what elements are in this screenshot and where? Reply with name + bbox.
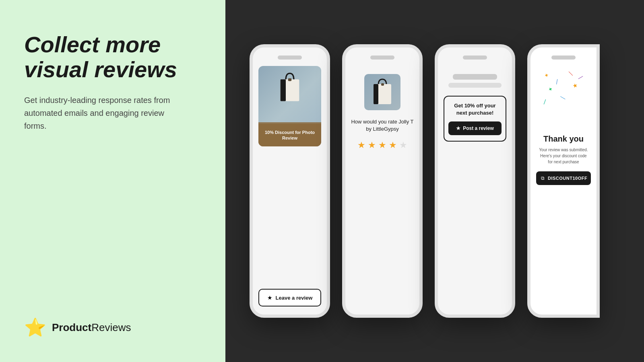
brand: ⭐ ProductReviews: [24, 317, 201, 338]
star-3[interactable]: ★: [378, 140, 386, 150]
right-panel: 10% Discount for Photo Review ★ Leave a …: [225, 0, 644, 362]
phone-2-rating-question: How would you rate Jolly T by LittleGyps…: [351, 118, 414, 133]
post-review-button[interactable]: ★ Post a review: [448, 121, 502, 135]
star-2[interactable]: ★: [368, 140, 376, 150]
phone-1: 10% Discount for Photo Review ★ Leave a …: [250, 44, 330, 318]
confetti-2: |: [556, 78, 558, 84]
svg-rect-4: [374, 84, 378, 104]
brand-name: ProductReviews: [52, 321, 131, 334]
svg-rect-1: [281, 79, 286, 101]
phone-3-placeholder-bar-1: [453, 74, 497, 80]
brand-name-rest: Reviews: [91, 321, 131, 333]
star-1[interactable]: ★: [357, 140, 365, 150]
brand-name-bold: Product: [52, 321, 91, 333]
svg-rect-2: [288, 78, 291, 81]
phone-2-stars-row: ★ ★ ★ ★ ★: [357, 140, 407, 150]
confetti-1: ✦: [543, 71, 550, 79]
phone-4-discount-code: DISCOUNT10OFF: [548, 176, 587, 181]
confetti-9: |: [543, 98, 547, 105]
confetti-4: ✦: [547, 85, 554, 93]
phone-4-discount-code-row: ⧉ DISCOUNT10OFF: [536, 171, 591, 185]
phone-1-notch: [278, 56, 302, 60]
phone-4-confetti: ✦ | — ✦ | ★ — ✦ | ★: [536, 66, 591, 130]
confetti-3: —: [567, 69, 575, 77]
headline: Collect more visual reviews: [24, 32, 201, 82]
phone-3-discount-title: Get 10% off your next purchase!: [448, 102, 502, 117]
subtext: Get industry-leading response rates from…: [24, 94, 185, 132]
phone-1-overlay: 10% Discount for Photo Review: [258, 124, 321, 146]
phone-3-placeholder-bar-2: [448, 83, 502, 88]
post-review-star-icon: ★: [456, 125, 460, 131]
star-5[interactable]: ★: [399, 140, 407, 150]
discount-copy-icon: ⧉: [541, 175, 545, 181]
confetti-5: |: [578, 75, 584, 79]
phone-4-thankyou-subtext: Your review was submitted. Here's your d…: [536, 147, 591, 165]
phone-2-product-image: [364, 74, 400, 110]
leave-review-button[interactable]: ★ Leave a review: [258, 289, 321, 306]
phone-2-notch: [370, 56, 394, 60]
phone-2: How would you rate Jolly T by LittleGyps…: [342, 44, 423, 318]
phone-1-product-image: 10% Discount for Photo Review: [258, 66, 321, 146]
phone-3: Get 10% off your next purchase! ★ Post a…: [435, 44, 515, 318]
phone-1-overlay-text: 10% Discount for Photo Review: [262, 130, 318, 141]
phone-4-sub2: Here's your discount code for next purch…: [540, 154, 586, 164]
phone-4: ✦ | — ✦ | ★ — ✦ | ★ Thank you Your revie…: [527, 44, 600, 318]
leave-review-label: Leave a review: [276, 295, 313, 301]
star-4[interactable]: ★: [389, 140, 397, 150]
confetti-7: —: [559, 93, 567, 102]
brand-star-icon: ⭐: [24, 317, 46, 338]
confetti-6: ★: [572, 82, 578, 89]
phone-4-sub1: Your review was submitted.: [539, 148, 588, 152]
post-review-label: Post a review: [463, 125, 494, 131]
left-content: Collect more visual reviews Get industry…: [24, 32, 201, 132]
left-panel: Collect more visual reviews Get industry…: [0, 0, 225, 362]
phone-4-notch: [551, 56, 576, 60]
phone-4-thankyou-title: Thank you: [543, 134, 584, 144]
phone-3-notch: [463, 56, 487, 60]
leave-review-star-icon: ★: [267, 294, 272, 301]
svg-rect-5: [381, 83, 384, 86]
phone-3-discount-card: Get 10% off your next purchase! ★ Post a…: [444, 96, 506, 142]
